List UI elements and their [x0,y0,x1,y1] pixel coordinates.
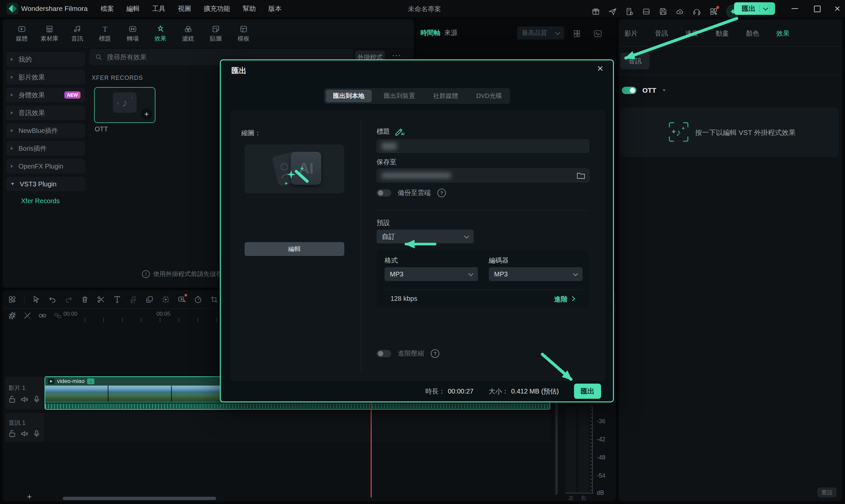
add-effect-button[interactable]: + [141,109,152,120]
export-top-button[interactable]: 匯出 [734,2,775,15]
menu-version[interactable]: 版本 [262,4,288,13]
tab-stock[interactable]: 素材庫 [36,25,64,42]
plugin-expand-icon[interactable] [663,89,666,91]
layout-grid-icon[interactable] [573,29,582,38]
lock-icon[interactable] [8,430,17,438]
layout-icon[interactable] [642,7,651,16]
horizontal-scrollbar[interactable] [63,497,216,500]
tab-speed[interactable]: 速度 [685,29,699,38]
effect-card-ott[interactable]: ♪ + [94,87,156,123]
menu-edit[interactable]: 編輯 [120,4,146,13]
select-cursor-icon[interactable] [32,295,40,304]
menu-extensions[interactable]: 擴充功能 [197,4,236,13]
redo-icon[interactable] [64,295,73,304]
subtab-audio[interactable]: 音訊 [620,53,650,69]
tab-animation[interactable]: 動畫 [716,29,729,38]
scope-icon[interactable] [593,29,602,38]
headset-icon[interactable] [692,7,701,16]
save-icon[interactable] [659,7,667,16]
sidebar-item-body-effects[interactable]: 身體效果 NEW [6,88,85,102]
promote-icon[interactable] [608,7,617,16]
dialog-close-button[interactable]: × [597,62,603,74]
undo-icon[interactable] [48,295,57,304]
edit-thumbnail-button[interactable]: 編輯 [245,242,344,256]
tab-audio[interactable]: 音訊 [64,25,91,42]
cloud-pause-icon[interactable] [676,7,684,16]
tab-social-media[interactable]: 社群媒體 [427,92,464,100]
sidebar-item-boris[interactable]: Boris插件 [6,141,85,156]
tab-stickers[interactable]: 貼圖 [202,25,230,42]
export-title-input[interactable] [376,140,589,153]
help-icon[interactable]: ? [431,349,439,358]
sidebar-item-audio-effects[interactable]: 音訊效果 [6,106,85,120]
menu-help[interactable]: 幫助 [236,4,262,13]
volume-icon[interactable] [20,430,29,438]
tab-transitions[interactable]: 轉場 [119,25,146,42]
export-confirm-button[interactable]: 匯出 [574,384,601,399]
save-path-input[interactable] [376,168,589,182]
menu-file[interactable]: 檔案 [94,4,120,13]
track-settings-gear-icon[interactable] [8,311,17,320]
device-switch-icon[interactable] [625,7,634,16]
add-track-button[interactable]: + [27,492,32,501]
menu-tools[interactable]: 工具 [146,4,172,13]
tab-effects[interactable]: 效果 [146,25,174,42]
speed-timer-icon[interactable] [194,295,203,304]
window-minimize-button[interactable] [792,8,798,9]
sidebar-item-openfx[interactable]: OpenFX Plugin [6,159,85,174]
advanced-compression-toggle[interactable] [376,350,391,357]
vst-edit-box[interactable]: ♪ 按一下以編輯 VST 外掛程式效果 [620,108,839,157]
blocks-menu-icon[interactable] [8,295,17,304]
tab-effects-props[interactable]: 效果 [776,29,790,38]
window-close-button[interactable]: × [834,3,840,15]
reset-button[interactable]: 重設 [817,487,837,498]
tab-dvd[interactable]: DVD光碟 [470,92,508,100]
audio-track-lane[interactable] [45,413,550,442]
tab-export-local[interactable]: 匯出到本地 [326,90,372,102]
help-icon[interactable]: ? [437,189,446,197]
cloud-backup-toggle[interactable] [376,189,391,197]
folder-icon[interactable] [577,172,585,179]
sidebar-item-newblue[interactable]: NewBlue插件 [6,123,85,138]
window-maximize-button[interactable] [814,6,821,12]
preset-select[interactable]: 自訂 [376,230,474,244]
tab-filters[interactable]: 濾鏡 [174,25,202,42]
ott-toggle[interactable] [622,87,636,94]
tab-video[interactable]: 影片 [624,29,638,38]
tab-media[interactable]: 媒體 [8,25,36,42]
duplicate-icon[interactable] [145,295,154,304]
sidebar-item-mine[interactable]: 我的 [6,52,85,67]
delete-icon[interactable] [81,295,89,304]
tab-color[interactable]: 顏色 [746,29,759,38]
apps-grid-icon[interactable] [709,7,718,16]
crop-rotate-icon[interactable] [210,295,218,304]
advanced-link[interactable]: 進階 [554,295,574,304]
sidebar-item-xfer-records[interactable]: Xfer Records [6,195,85,205]
tab-audio[interactable]: 音訊 [655,29,668,38]
export-dropdown-icon[interactable] [763,5,769,11]
quality-select[interactable]: 最高品質 [517,26,564,40]
more-options-button[interactable]: ... [392,48,401,58]
encoder-select[interactable]: MP3 [489,267,583,281]
sidebar-item-video-effects[interactable]: 影片效果 [6,70,85,85]
text-tool-icon[interactable] [113,295,122,304]
tab-export-device[interactable]: 匯出到裝置 [378,92,421,100]
split-scissors-icon[interactable] [97,295,105,304]
unlink-icon[interactable] [23,311,32,320]
gift-icon[interactable] [592,7,600,16]
tab-source-view[interactable]: 來源 [444,29,457,37]
tab-templates[interactable]: 模板 [230,25,258,42]
mic-icon[interactable] [32,430,41,438]
ai-title-icon[interactable]: AI [394,127,404,136]
format-select[interactable]: MP3 [385,267,478,281]
tab-titles[interactable]: T 標題 [91,25,119,42]
mic-icon[interactable] [32,395,41,404]
lock-icon[interactable] [8,395,17,404]
volume-icon[interactable] [20,395,29,404]
tab-timeline-view[interactable]: 時間軸 [421,29,440,37]
screen-record-icon[interactable] [178,295,186,304]
menu-view[interactable]: 視圖 [172,4,197,13]
sidebar-item-vst3[interactable]: VST3 Plugin [6,177,85,191]
crop-add-icon[interactable] [161,295,170,304]
audio-stretch-icon[interactable] [129,295,138,304]
